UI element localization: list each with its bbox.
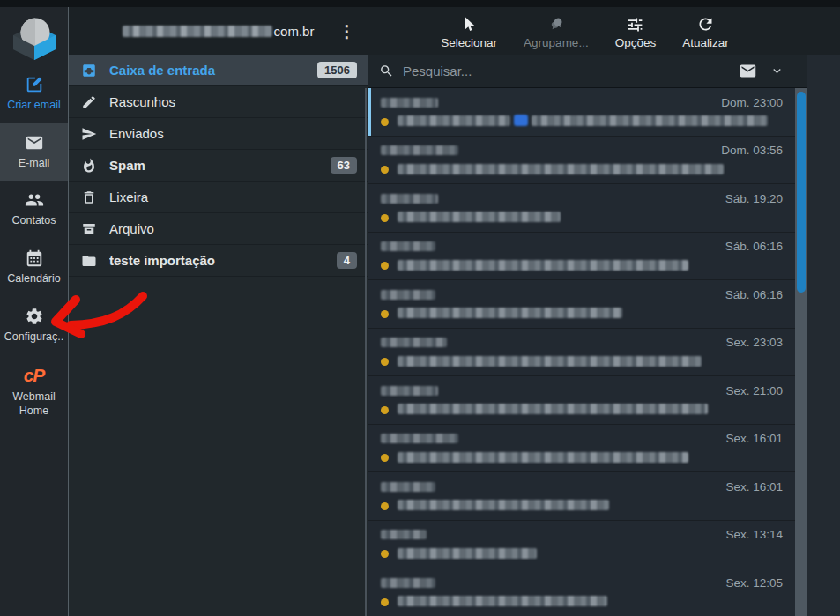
- trash-icon: [81, 189, 97, 205]
- folder-drafts[interactable]: Rascunhos: [69, 86, 368, 118]
- message-sender-redacted: [381, 338, 447, 347]
- flame-icon: [81, 158, 97, 174]
- sidebar-item-email[interactable]: E-mail: [0, 123, 68, 182]
- roundcube-logo: [0, 7, 68, 65]
- scrollbar-track[interactable]: [795, 88, 807, 616]
- message-row[interactable]: Dom. 03:56: [368, 137, 795, 185]
- sidebar-item-compose[interactable]: Criar email: [0, 65, 68, 123]
- message-row[interactable]: Dom. 23:00: [368, 88, 795, 137]
- folder-count-badge: 1506: [317, 62, 357, 78]
- message-row[interactable]: Sex. 12:05: [368, 568, 795, 616]
- app-sidebar: Criar email E-mail Contatos Calendário C: [0, 7, 69, 616]
- message-row[interactable]: Sex. 13:14: [368, 521, 795, 569]
- folder-inbox[interactable]: Caixa de entrada 1506: [69, 55, 368, 86]
- webmail-app: Criar email E-mail Contatos Calendário C: [0, 7, 840, 616]
- window-top-strip: [0, 0, 840, 7]
- subject-segment: [398, 452, 688, 463]
- message-sender-redacted: [381, 482, 435, 492]
- folder-archive[interactable]: Arquivo: [69, 213, 368, 245]
- sidebar-item-label: Contatos: [11, 214, 56, 226]
- folder-teste-importacao[interactable]: teste importação 4: [69, 245, 368, 277]
- message-date: Sáb. 19:20: [725, 192, 783, 205]
- message-subject-redacted: [398, 210, 561, 226]
- folder-spam[interactable]: Spam 63: [69, 150, 368, 182]
- unread-dot-icon: [381, 406, 389, 414]
- options-button[interactable]: Opções: [615, 15, 657, 49]
- search-input[interactable]: [403, 63, 730, 78]
- message-list: Dom. 23:00 Dom. 03:56 Sáb. 19:20 Sáb.: [368, 88, 795, 616]
- message-subject-redacted: [398, 546, 537, 562]
- unread-dot-icon: [381, 118, 389, 126]
- unread-dot-icon: [381, 502, 389, 510]
- unread-dot-icon: [381, 454, 389, 462]
- scrollbar-thumb[interactable]: [797, 92, 806, 293]
- message-date: Sáb. 06:16: [725, 288, 783, 301]
- message-subject-redacted: [398, 498, 609, 514]
- message-sender-redacted: [381, 530, 427, 539]
- chat-bubbles-icon: [546, 15, 565, 33]
- send-icon: [81, 126, 97, 142]
- subject-segment: [398, 500, 609, 510]
- message-row[interactable]: Sex. 16:01: [368, 472, 795, 521]
- message-sender-redacted: [381, 241, 435, 251]
- message-sender-redacted: [381, 98, 438, 108]
- unread-dot-icon: [381, 214, 389, 222]
- folder-sent[interactable]: Enviados: [69, 118, 368, 150]
- folder-name: Enviados: [109, 126, 357, 141]
- folder-icon: [81, 253, 97, 269]
- select-button[interactable]: Selecionar: [441, 15, 497, 49]
- refresh-button[interactable]: Atualizar: [682, 15, 729, 49]
- folder-name: Spam: [109, 158, 331, 173]
- sidebar-item-webmail-home[interactable]: cP Webmail Home: [0, 354, 68, 429]
- message-sender-redacted: [381, 386, 438, 396]
- subject-segment: [398, 404, 708, 414]
- message-date: Sex. 12:05: [725, 576, 783, 590]
- message-row[interactable]: Sáb. 06:16: [368, 233, 795, 281]
- inbox-icon: [81, 63, 97, 78]
- unread-dot-icon: [381, 598, 389, 606]
- threads-button[interactable]: Agrupame...: [524, 15, 589, 49]
- message-sender-redacted: [381, 434, 458, 443]
- message-date: Sáb. 06:16: [725, 240, 783, 253]
- unread-dot-icon: [381, 262, 389, 270]
- subject-segment: [398, 212, 561, 222]
- message-row[interactable]: Sex. 21:00: [368, 376, 795, 425]
- pencil-icon: [81, 94, 97, 110]
- folder-list: Caixa de entrada 1506 Rascunhos Enviados…: [69, 55, 368, 277]
- account-name-redacted: [123, 26, 272, 37]
- preview-pane-edge: [807, 55, 840, 616]
- message-subject-redacted: [398, 306, 622, 322]
- message-sender-redacted: [381, 194, 438, 204]
- message-row[interactable]: Sex. 23:03: [368, 329, 795, 377]
- message-subject-redacted: [398, 450, 688, 466]
- scrollbar-top-spacer: [795, 55, 807, 88]
- message-subject-redacted: [398, 258, 688, 274]
- emoji-blob: [514, 115, 528, 126]
- message-date: Sex. 21:00: [725, 384, 783, 397]
- cursor-icon: [460, 15, 479, 33]
- subject-segment: [398, 596, 607, 606]
- envelope-icon: [25, 133, 44, 152]
- envelope-icon[interactable]: [739, 62, 757, 80]
- message-row[interactable]: Sex. 16:01: [368, 425, 795, 473]
- kebab-menu-icon[interactable]: ⋮: [338, 23, 355, 40]
- sidebar-item-settings[interactable]: Configuraç..: [0, 297, 68, 355]
- sidebar-item-label: Webmail Home: [12, 390, 55, 417]
- unread-dot-icon: [381, 358, 389, 366]
- compose-icon: [25, 75, 44, 94]
- chevron-down-icon[interactable]: [769, 63, 784, 78]
- message-row[interactable]: Sáb. 19:20: [368, 184, 795, 233]
- folder-name: Lixeira: [109, 189, 357, 204]
- toolbar-button-label: Opções: [615, 36, 657, 49]
- folder-count-badge: 63: [331, 157, 357, 174]
- folder-panel-scrollbar[interactable]: [365, 88, 367, 616]
- subject-segment: [398, 164, 724, 174]
- roundcube-logo-icon: [10, 16, 59, 60]
- sidebar-item-calendar[interactable]: Calendário: [0, 239, 68, 297]
- folder-trash[interactable]: Lixeira: [69, 182, 368, 213]
- sliders-icon: [626, 15, 644, 33]
- message-row[interactable]: Sáb. 06:16: [368, 280, 795, 329]
- sidebar-item-contacts[interactable]: Contatos: [0, 181, 68, 239]
- message-sender-redacted: [381, 578, 435, 588]
- message-list-area: Dom. 23:00 Dom. 03:56 Sáb. 19:20 Sáb.: [368, 55, 840, 616]
